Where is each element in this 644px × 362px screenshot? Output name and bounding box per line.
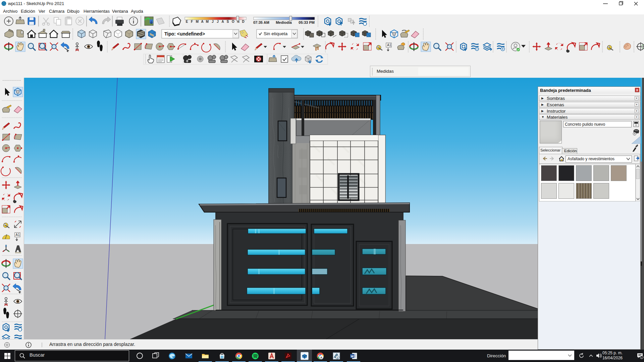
svg-text:07:35 AM: 07:35 AM bbox=[253, 20, 269, 24]
svg-text:A: A bbox=[320, 356, 323, 359]
svg-text:Tipo: <undefined>: Tipo: <undefined> bbox=[164, 31, 205, 37]
svg-text:Sin etiqueta: Sin etiqueta bbox=[264, 31, 288, 36]
svg-text:A1: A1 bbox=[387, 43, 391, 47]
svg-text:A1: A1 bbox=[16, 233, 20, 237]
svg-text:A: A bbox=[221, 20, 224, 23]
svg-text:1: 1 bbox=[641, 356, 642, 359]
svg-text:8: 8 bbox=[337, 356, 338, 359]
svg-text:W: W bbox=[351, 355, 354, 358]
svg-text:M: M bbox=[206, 20, 209, 23]
svg-text:05:33 PM: 05:33 PM bbox=[299, 20, 315, 24]
svg-text:F: F bbox=[191, 20, 193, 23]
svg-text:A: A bbox=[201, 20, 203, 23]
svg-text:J: J bbox=[212, 20, 214, 23]
svg-text:J: J bbox=[217, 20, 219, 23]
svg-text:O: O bbox=[232, 20, 234, 23]
svg-text:Mediodía: Mediodía bbox=[276, 20, 292, 24]
svg-text:M: M bbox=[196, 20, 199, 23]
svg-text:E: E bbox=[186, 20, 188, 23]
svg-text:S: S bbox=[227, 20, 229, 23]
svg-text:D: D bbox=[242, 20, 244, 23]
